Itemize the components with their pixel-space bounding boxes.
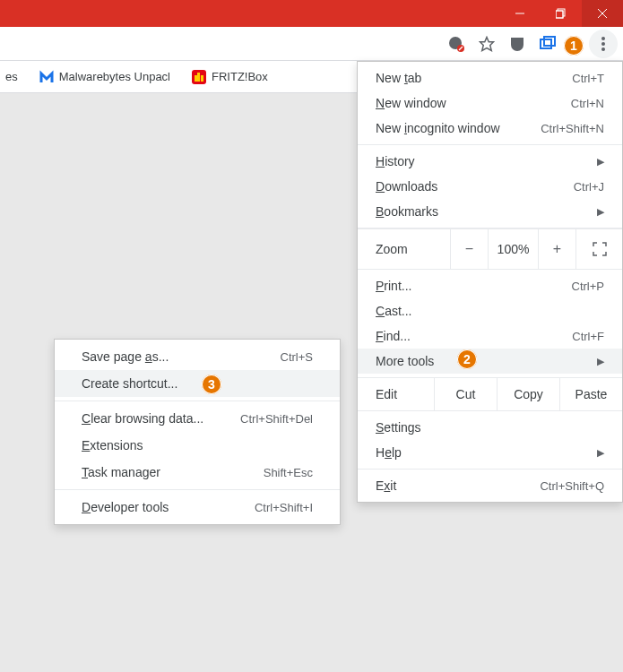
menu-new-tab[interactable]: New tabCtrl+T [358, 65, 622, 90]
close-button[interactable] [582, 0, 623, 27]
menu-new-incognito[interactable]: New incognito windowCtrl+Shift+N [358, 116, 622, 141]
svg-rect-10 [541, 39, 551, 48]
svg-marker-9 [480, 37, 494, 50]
zoom-in-button[interactable]: + [538, 229, 575, 269]
svg-point-14 [601, 42, 605, 46]
window-titlebar [0, 0, 623, 27]
edit-paste[interactable]: Paste [559, 378, 622, 410]
bookmark-item[interactable]: Malwarebytes Unpacl [39, 70, 170, 84]
menu-edit-row: Edit Cut Copy Paste [358, 378, 622, 411]
edit-copy[interactable]: Copy [497, 378, 559, 410]
menu-new-window[interactable]: New windowCtrl+N [358, 90, 622, 116]
bookmark-item[interactable]: FRITZ!Box [192, 70, 268, 84]
cookie-blocker-icon[interactable] [447, 35, 465, 53]
fritzbox-icon [192, 70, 206, 84]
maximize-button[interactable] [541, 0, 582, 27]
menu-exit[interactable]: ExitCtrl+Shift+Q [358, 473, 622, 498]
browser-toolbar [0, 27, 623, 61]
annotation-1: 1 [564, 36, 584, 56]
minimize-button[interactable] [499, 0, 541, 27]
more-tools-submenu: Save page as...Ctrl+S Create shortcut...… [54, 339, 341, 525]
svg-point-13 [601, 37, 605, 40]
menu-print[interactable]: Print...Ctrl+P [358, 273, 622, 298]
menu-history[interactable]: History▶ [358, 149, 622, 174]
svg-point-15 [601, 47, 605, 51]
ublock-icon[interactable] [508, 35, 526, 53]
menu-more-tools[interactable]: More tools▶ [358, 349, 622, 374]
bookmark-item[interactable]: es [5, 70, 18, 83]
svg-rect-11 [544, 37, 555, 46]
submenu-task-manager[interactable]: Task managerShift+Esc [55, 459, 340, 486]
edit-cut[interactable]: Cut [434, 378, 497, 410]
fullscreen-button[interactable] [575, 229, 622, 269]
bookmark-label: FRITZ!Box [212, 70, 268, 83]
menu-downloads[interactable]: DownloadsCtrl+J [358, 174, 622, 199]
submenu-create-shortcut[interactable]: Create shortcut... [55, 370, 340, 397]
svg-rect-18 [197, 73, 200, 82]
bookmark-label: Malwarebytes Unpacl [59, 70, 170, 83]
menu-help[interactable]: Help▶ [358, 440, 622, 465]
menu-cast[interactable]: Cast... [358, 298, 622, 323]
zoom-label: Zoom [358, 242, 450, 256]
annotation-2: 2 [457, 349, 477, 369]
submenu-save-page[interactable]: Save page as...Ctrl+S [55, 343, 340, 370]
menu-find[interactable]: Find...Ctrl+F [358, 323, 622, 349]
edit-label: Edit [358, 378, 434, 410]
tab-manager-icon[interactable] [539, 35, 557, 53]
zoom-value: 100% [488, 229, 538, 269]
svg-rect-17 [195, 75, 197, 82]
annotation-3: 3 [202, 375, 221, 394]
vertical-dots-icon [601, 37, 605, 51]
submenu-clear-browsing[interactable]: Clear browsing data...Ctrl+Shift+Del [55, 405, 340, 432]
submenu-dev-tools[interactable]: Developer toolsCtrl+Shift+I [55, 494, 340, 521]
menu-settings[interactable]: Settings [358, 415, 622, 440]
main-menu-button[interactable] [589, 30, 618, 58]
fullscreen-icon [593, 242, 607, 256]
main-menu: New tabCtrl+T New windowCtrl+N New incog… [357, 61, 623, 503]
bookmark-label: es [5, 70, 18, 83]
svg-rect-19 [201, 75, 203, 82]
malwarebytes-icon [39, 70, 54, 84]
menu-bookmarks[interactable]: Bookmarks▶ [358, 199, 622, 224]
star-icon[interactable] [478, 35, 496, 53]
menu-zoom-row: Zoom − 100% + [358, 228, 622, 270]
zoom-out-button[interactable]: − [450, 229, 488, 269]
svg-rect-2 [556, 11, 563, 18]
submenu-extensions[interactable]: Extensions [55, 432, 340, 459]
